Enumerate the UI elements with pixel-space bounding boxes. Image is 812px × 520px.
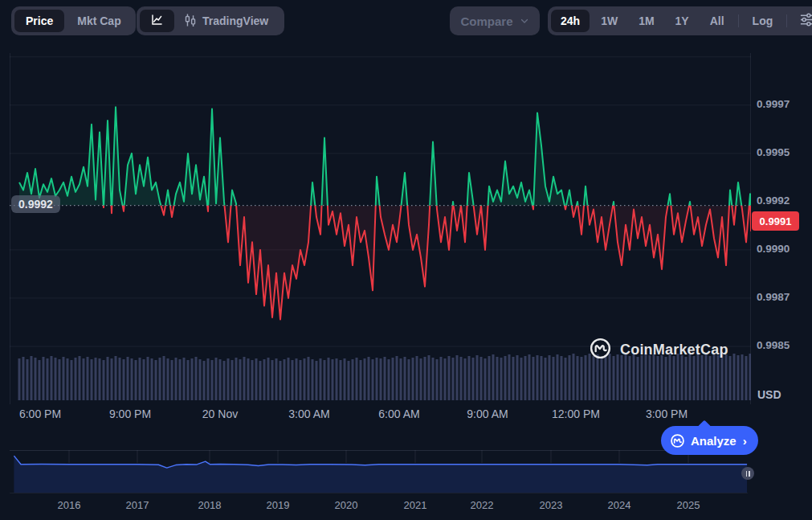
range-24h[interactable]: 24h (551, 10, 590, 32)
toolbar-divider (738, 14, 739, 27)
candlestick-icon (184, 13, 197, 30)
volume-bar (432, 358, 435, 400)
volume-bar (456, 355, 459, 400)
range-selector: 24h 1W 1M 1Y All Log (548, 6, 812, 35)
volume-bar (99, 358, 101, 400)
volume-bar (219, 359, 222, 400)
volume-bar (384, 357, 386, 400)
volume-bar (131, 358, 133, 400)
year-tick-label: 2019 (267, 499, 290, 511)
watermark-label: CoinMarketCap (620, 342, 728, 358)
volume-bar (476, 355, 479, 400)
volume-bar (255, 358, 258, 400)
volume-bar (320, 358, 322, 400)
volume-bar (243, 357, 246, 400)
volume-bar (75, 358, 77, 400)
volume-bar (288, 358, 290, 400)
last-price-badge: 0.9991 (752, 211, 799, 231)
volume-bar (408, 359, 410, 400)
analyze-logo-icon (670, 433, 685, 448)
volume-bar (380, 358, 382, 400)
compare-label: Compare (460, 14, 512, 28)
volume-bar (59, 359, 61, 400)
analyze-button[interactable]: Analyze › (661, 426, 758, 455)
volume-bar (203, 361, 206, 400)
range-navigator[interactable] (10, 447, 748, 495)
volume-bar (324, 360, 326, 400)
volume-bar (468, 356, 471, 400)
volume-bar (123, 359, 125, 400)
tradingview-toggle[interactable]: TradingView (176, 13, 281, 30)
line-chart-toggle[interactable] (140, 10, 174, 32)
range-1w[interactable]: 1W (591, 10, 627, 32)
volume-bar (512, 357, 515, 400)
volume-bar (31, 356, 33, 400)
volume-bar (360, 360, 362, 400)
volume-bar (55, 358, 57, 400)
volume-bar (107, 357, 109, 400)
volume-bar (231, 360, 234, 400)
volume-bar (227, 358, 230, 400)
volume-bar (637, 357, 639, 400)
range-1m[interactable]: 1M (629, 10, 663, 32)
time-tick-label: 9:00 PM (109, 407, 151, 420)
volume-bar (372, 359, 374, 400)
volume-bar (296, 358, 298, 400)
chevron-down-icon (520, 14, 529, 28)
volume-bar (151, 358, 153, 400)
volume-bar (191, 358, 194, 400)
compare-button[interactable]: Compare (450, 6, 540, 35)
volume-bar (175, 358, 177, 400)
volume-bar (750, 354, 752, 400)
volume-bar (412, 358, 414, 400)
volume-bar (280, 361, 282, 400)
range-all[interactable]: All (700, 10, 734, 32)
volume-bar (733, 354, 736, 400)
volume-bar (211, 360, 214, 400)
range-1y[interactable]: 1Y (666, 10, 699, 32)
volume-bar (328, 358, 330, 400)
year-tick-label: 2018 (198, 499, 222, 511)
mktcap-tab[interactable]: Mkt Cap (66, 10, 132, 32)
nav-area (14, 456, 747, 493)
toolbar-divider (786, 14, 787, 27)
volume-bar (569, 355, 571, 400)
volume-bar (47, 358, 49, 400)
volume-bar (436, 359, 439, 400)
volume-bar (304, 358, 306, 400)
volume-bar (404, 357, 406, 400)
volume-bar (39, 360, 41, 400)
price-tab[interactable]: Price (14, 10, 64, 32)
volume-bar (103, 360, 105, 400)
volume-bar (147, 357, 149, 400)
chart-settings-button[interactable] (791, 10, 812, 32)
volume-bar (187, 360, 190, 400)
volume-bar (263, 359, 266, 400)
volume-bar (464, 358, 467, 400)
volume-bar (18, 358, 21, 400)
volume-bar (167, 358, 169, 400)
year-tick-label: 2025 (677, 499, 700, 511)
volume-bar (737, 355, 740, 400)
volume-bar (428, 355, 430, 400)
volume-bar (440, 357, 443, 400)
year-tick-label: 2016 (58, 499, 81, 511)
volume-bar (207, 358, 210, 400)
volume-bar (400, 358, 402, 400)
volume-bar (259, 361, 262, 400)
year-tick-label: 2022 (471, 499, 494, 511)
volume-bar (235, 358, 238, 400)
volume-bar (565, 358, 567, 400)
volume-bar (528, 354, 531, 400)
volume-bar (420, 358, 422, 400)
time-tick-label: 6:00 PM (19, 407, 61, 420)
volume-bar (275, 358, 278, 400)
open-price-badge: 0.9992 (11, 195, 60, 213)
year-tick-label: 2024 (608, 499, 631, 511)
volume-bar (340, 360, 342, 400)
volume-bar (376, 358, 378, 400)
navigator-handle[interactable] (741, 467, 754, 480)
volume-bar (199, 359, 202, 400)
volume-bar (545, 358, 547, 400)
log-scale-toggle[interactable]: Log (743, 10, 783, 32)
